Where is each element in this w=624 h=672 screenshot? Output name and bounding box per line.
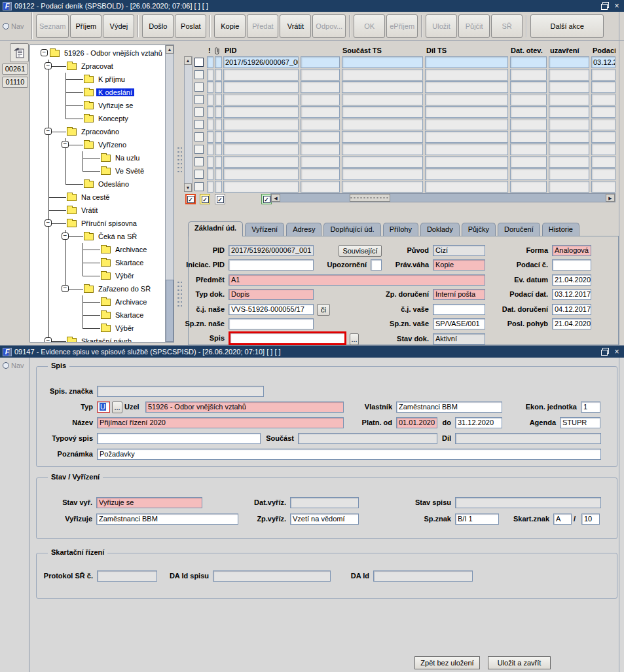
restore-icon[interactable] bbox=[600, 2, 610, 10]
grid-cell-c2[interactable] bbox=[301, 156, 340, 168]
grid-cell-c2[interactable] bbox=[301, 143, 340, 155]
tree-expander-icon[interactable]: − bbox=[62, 141, 69, 148]
grid-cell-dil[interactable] bbox=[425, 94, 508, 105]
tree-expander-icon[interactable]: − bbox=[62, 233, 69, 240]
field-f_evdatum[interactable]: 21.04.2020 bbox=[552, 274, 591, 286]
grid-cell-uzavreni[interactable] bbox=[549, 181, 589, 193]
grid-cell-uzavreni[interactable] bbox=[549, 156, 589, 168]
grid-cell-uzavreni[interactable] bbox=[549, 131, 589, 143]
toolbar-button-vydej[interactable]: Výdej bbox=[103, 14, 134, 38]
scroll-left-icon[interactable]: ◀ bbox=[271, 194, 280, 202]
grid-cell-podaci[interactable] bbox=[591, 69, 615, 81]
grid-cell-pid[interactable] bbox=[223, 81, 299, 93]
grid-cell-pid[interactable] bbox=[223, 131, 299, 143]
grid-cell-clip[interactable] bbox=[215, 119, 222, 130]
grid-cell-podaci[interactable] bbox=[591, 119, 615, 130]
grid-cell-datotev[interactable] bbox=[510, 94, 547, 105]
row-checkbox[interactable] bbox=[194, 120, 204, 129]
grid-cell-uzavreni[interactable] bbox=[549, 56, 589, 68]
grid-cell-pid[interactable] bbox=[223, 106, 299, 118]
toolbar-button-vratit[interactable]: Vrátit bbox=[280, 14, 311, 38]
field-f_pid[interactable]: 2017/51926/000067_001 bbox=[229, 245, 314, 256]
tree-expander-icon[interactable]: − bbox=[45, 62, 52, 69]
button-bt_typ[interactable]: ... bbox=[112, 401, 122, 413]
grid-cell-podaci[interactable] bbox=[591, 143, 615, 155]
tree-item[interactable]: Na cestě bbox=[41, 191, 165, 204]
grid-cell-dil[interactable] bbox=[425, 181, 508, 193]
grid-cell-c2[interactable] bbox=[301, 181, 340, 193]
grid-cell-datotev[interactable] bbox=[510, 168, 547, 180]
grid-cell-clip[interactable] bbox=[215, 181, 222, 193]
grid-cell-uzavreni[interactable] bbox=[549, 106, 589, 118]
row-checkbox[interactable] bbox=[194, 132, 204, 141]
grid-cell-uzavreni[interactable] bbox=[549, 168, 589, 180]
tab-9[interactable]: Historie bbox=[542, 223, 579, 236]
grid-cell-c2[interactable] bbox=[301, 168, 340, 180]
toolbar-button-odpov[interactable]: Odpov... bbox=[312, 14, 346, 38]
grid-cell-podaci[interactable] bbox=[591, 181, 615, 193]
row-checkbox[interactable] bbox=[194, 70, 204, 79]
toolbar-button-ulozit[interactable]: Uložit bbox=[426, 14, 457, 38]
field-v_skartlhuta[interactable]: 10 bbox=[581, 513, 600, 525]
grid-cell-podaci[interactable] bbox=[591, 81, 615, 93]
tree-item[interactable]: −Zpracovat bbox=[41, 60, 165, 73]
tree-expander-icon[interactable]: − bbox=[45, 219, 52, 227]
grid-cell-soucast[interactable] bbox=[342, 168, 423, 180]
nav-control[interactable]: Nav bbox=[3, 22, 29, 30]
grid-cell-excl[interactable] bbox=[207, 106, 213, 118]
tree-expander-icon[interactable]: − bbox=[45, 128, 52, 135]
toolbar-button-sr[interactable]: SŘ bbox=[491, 14, 523, 38]
tree-item[interactable]: −Zpracováno bbox=[41, 125, 165, 138]
filter-checkbox-white[interactable]: ✓ bbox=[215, 194, 225, 204]
grid-cell-soucast[interactable] bbox=[342, 156, 423, 168]
filter-checkbox-yellow[interactable]: ✓ bbox=[200, 194, 210, 204]
tree-item[interactable]: −Čeká na SŘ bbox=[41, 230, 165, 243]
grid-cell-datotev[interactable] bbox=[510, 143, 547, 155]
grid-cell-clip[interactable] bbox=[215, 56, 222, 68]
field-f_poslpohyb[interactable]: 21.04.2020 bbox=[552, 318, 591, 329]
grid-cell-pid[interactable] bbox=[223, 168, 299, 180]
field-s_ekon[interactable]: 1 bbox=[581, 401, 600, 413]
scroll-up-icon[interactable]: ▲ bbox=[166, 45, 174, 54]
tab-8[interactable]: Doručení bbox=[498, 223, 540, 236]
grid-cell-soucast[interactable] bbox=[342, 94, 423, 105]
field-s_znacka[interactable] bbox=[97, 386, 264, 397]
grid-cell-clip[interactable] bbox=[215, 106, 222, 118]
tree-item[interactable]: K příjmu bbox=[41, 73, 165, 86]
button-save[interactable]: Uložit a zavřít bbox=[488, 656, 551, 669]
tree-item[interactable]: Vyřizuje se bbox=[41, 99, 165, 112]
grid-cell-pid[interactable]: 2017/51926/000067_00 bbox=[223, 56, 299, 68]
tree-expander-icon[interactable]: − bbox=[62, 285, 69, 292]
grid-cell-podaci[interactable] bbox=[591, 106, 615, 118]
grid-cell-soucast[interactable] bbox=[342, 181, 423, 193]
tab-2[interactable]: Vyřízení bbox=[245, 223, 284, 236]
grid-cell-uzavreni[interactable] bbox=[549, 143, 589, 155]
grid-cell-pid[interactable] bbox=[223, 143, 299, 155]
scrollbar-thumb[interactable] bbox=[350, 194, 390, 202]
grid-cell-datotev[interactable] bbox=[510, 56, 547, 68]
grid-cell-dil[interactable] bbox=[425, 106, 508, 118]
grid-cell-excl[interactable] bbox=[207, 181, 213, 193]
grid-cell-dil[interactable] bbox=[425, 143, 508, 155]
grid-cell-dil[interactable] bbox=[425, 69, 508, 81]
grid-cell-clip[interactable] bbox=[215, 131, 222, 143]
grid-cell-soucast[interactable] bbox=[342, 143, 423, 155]
grid-cell-c2[interactable] bbox=[301, 69, 340, 81]
tree-expander-icon[interactable]: − bbox=[41, 49, 48, 56]
grid-cell-uzavreni[interactable] bbox=[549, 119, 589, 130]
grid-cell-pid[interactable] bbox=[223, 69, 299, 81]
grid-cell-soucast[interactable] bbox=[342, 131, 423, 143]
row-checkbox[interactable] bbox=[194, 170, 204, 179]
grid-cell-dil[interactable] bbox=[425, 168, 508, 180]
tree-item[interactable]: Koncepty bbox=[41, 112, 165, 125]
grid-cell-excl[interactable] bbox=[207, 119, 213, 130]
toolbar-button-pujcit[interactable]: Půjčit bbox=[458, 14, 490, 38]
grid-cell-clip[interactable] bbox=[215, 168, 222, 180]
toolbar-button-poslat[interactable]: Poslat bbox=[175, 14, 206, 38]
field-f_spznnase[interactable] bbox=[229, 318, 314, 329]
grid-cell-podaci[interactable] bbox=[591, 156, 615, 168]
field-f_typdok[interactable]: Dopis bbox=[229, 289, 314, 300]
tree-item[interactable]: −Vyřízeno bbox=[41, 138, 165, 151]
field-v_zpvyriz[interactable]: Vzetí na vědomí bbox=[290, 513, 359, 525]
grid-cell-soucast[interactable] bbox=[342, 81, 423, 93]
